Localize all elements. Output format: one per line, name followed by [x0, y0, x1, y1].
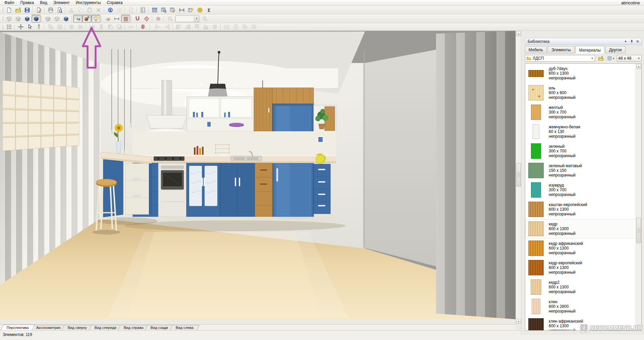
library-tab-other[interactable]: Другое: [605, 46, 626, 53]
library-tab-furniture[interactable]: Мебель: [525, 46, 547, 53]
report-edit-button[interactable]: [168, 6, 177, 14]
viewport-vscrollbar[interactable]: ▲ ▼: [516, 31, 521, 324]
save-button[interactable]: [22, 6, 32, 14]
material-item[interactable]: зеленый матовый150 x 150непрозрачный: [525, 161, 636, 180]
texture-sphere-icon: [84, 16, 90, 22]
panel-collapse-icon[interactable]: ▾: [623, 39, 628, 44]
rotate-element-button[interactable]: [34, 23, 43, 31]
category-dropdown-arrow[interactable]: ▼: [590, 55, 595, 61]
thumb-size-dropdown-arrow[interactable]: ▼: [636, 55, 641, 61]
open-button[interactable]: [13, 6, 22, 14]
hiddenline-view-button[interactable]: [13, 15, 22, 22]
angle-snap-button[interactable]: [142, 15, 151, 22]
print-button[interactable]: [46, 6, 55, 14]
report-preview-button[interactable]: [159, 6, 168, 14]
summary-button[interactable]: Σ: [204, 6, 213, 14]
category-combobox[interactable]: ЛДСП ▼: [525, 55, 595, 62]
textured-view-button[interactable]: [32, 15, 41, 22]
view-tab-view-top[interactable]: Вид сверху: [62, 325, 93, 330]
material-item[interactable]: зеленый300 x 700непрозрачный: [525, 141, 636, 161]
view-tab-view-front[interactable]: Вид спереди: [89, 325, 122, 330]
panel-close-icon[interactable]: ✕: [635, 39, 640, 44]
project-properties-button[interactable]: [34, 6, 43, 14]
menu-file[interactable]: Файл: [1, 0, 17, 5]
view-tab-view-left[interactable]: Вид слева: [170, 325, 199, 330]
material-item[interactable]: жемчужно-белая60 x 130непрозрачный: [525, 122, 636, 141]
material-item[interactable]: каштан европейский600 x 1300непрозрачный: [525, 200, 636, 219]
material-size: 600 x 1300: [549, 246, 583, 251]
new-button[interactable]: [4, 6, 13, 14]
material-thumbnail: [528, 260, 544, 275]
thumbnail-view-button[interactable]: ▼: [607, 55, 615, 62]
material-item[interactable]: дуб-7days600 x 1300непрозрачный: [525, 64, 636, 83]
material-item[interactable]: кедр2600 x 1300непрозрачный: [525, 277, 636, 297]
library-tab-materials[interactable]: Материалы: [576, 46, 604, 54]
view-tab-view-right[interactable]: Вид справа: [118, 325, 149, 330]
rotation-snap-button[interactable]: [154, 15, 163, 22]
toolbar-grip[interactable]: [1, 7, 3, 12]
material-item[interactable]: клен600 x 2800непрозрачный: [525, 297, 636, 316]
menu-edit[interactable]: Правка: [17, 0, 37, 5]
material-item[interactable]: кедр африканский600 x 1300непрозрачный: [525, 239, 636, 258]
menu-tools[interactable]: Инструменты: [73, 0, 104, 5]
show-light-button[interactable]: [91, 15, 100, 22]
cube-white-icon: [15, 16, 21, 22]
material-item[interactable]: кедр600 x 1300непрозрачный: [525, 219, 636, 239]
panel-pin-icon[interactable]: [629, 39, 634, 44]
viewport-canvas[interactable]: ◀ ▶: [0, 31, 516, 319]
options-button[interactable]: [138, 6, 147, 14]
vscroll-thumb[interactable]: [516, 163, 521, 187]
toolbar-grip[interactable]: [1, 16, 3, 21]
list-scroll-thumb[interactable]: [636, 218, 641, 243]
send-back-button: [115, 23, 124, 31]
view-tab-perspective[interactable]: Перспектива: [1, 325, 35, 330]
view-tab-axonometry[interactable]: Аксонометрия: [30, 325, 66, 330]
material-list-scrollbar[interactable]: ▲ ▼: [636, 64, 641, 330]
view-mode-dropdown-arrow[interactable]: ▼: [612, 57, 615, 60]
dimensions-report-button[interactable]: [177, 6, 186, 14]
move-element-button[interactable]: [16, 23, 25, 31]
solid-view-button[interactable]: [22, 15, 32, 22]
select-pointer-button[interactable]: [25, 23, 34, 31]
folder-up-button[interactable]: [597, 55, 605, 62]
menu-view[interactable]: Вид: [37, 0, 50, 5]
lighting-report-button[interactable]: [186, 6, 195, 14]
material-size: 600 x 1300: [549, 324, 583, 328]
wireframe-view-button[interactable]: [4, 15, 13, 22]
material-item[interactable]: ель600 x 600непрозрачный: [525, 83, 636, 103]
thumb-size-combobox[interactable]: 48 x 48 ▼: [617, 55, 642, 62]
solid-mode-button[interactable]: [61, 15, 70, 22]
redo-icon: [116, 7, 122, 13]
print-preview-button[interactable]: [55, 6, 64, 14]
wire-mode-button[interactable]: [52, 15, 61, 22]
toolbar-separator: [152, 16, 153, 21]
list-scroll-up-arrow[interactable]: ▲: [636, 64, 641, 69]
snap-grid-button[interactable]: [4, 23, 13, 31]
vscroll-up-arrow[interactable]: ▲: [516, 31, 521, 36]
align-top-button: [192, 23, 201, 31]
price-button[interactable]: [195, 6, 204, 14]
show-textures-button[interactable]: [82, 15, 91, 22]
material-item[interactable]: кедр европейский600 x 1300непрозрачный: [525, 258, 636, 277]
cutting-list-button[interactable]: [150, 6, 159, 14]
show-grid-button[interactable]: [121, 15, 130, 22]
library-tab-elements[interactable]: Элементы: [548, 46, 575, 53]
vscroll-down-arrow[interactable]: ▼: [516, 319, 521, 324]
material-item[interactable]: желтый300 x 700непрозрачный: [525, 103, 636, 122]
zoom-level-combo-arrow[interactable]: ▼: [194, 16, 199, 22]
magnet-snap-button[interactable]: [133, 15, 142, 22]
show-dimensions-button[interactable]: [112, 15, 121, 22]
view-tab-view-back[interactable]: Вид сзади: [145, 325, 174, 330]
show-hatch-button[interactable]: [103, 15, 112, 22]
collision-button[interactable]: [138, 23, 147, 31]
contour-mode-button[interactable]: [43, 15, 52, 22]
toolbar-separator: [150, 24, 151, 30]
zoom-level-combo[interactable]: ▼: [175, 15, 199, 22]
show-text-button[interactable]: aa: [73, 15, 82, 22]
menu-element[interactable]: Элемент: [50, 0, 73, 5]
undo-button[interactable]: [106, 6, 115, 14]
copy-pages-icon: [77, 7, 84, 13]
menu-help[interactable]: Справка: [104, 0, 126, 5]
toolbar-grip[interactable]: [1, 24, 3, 29]
material-item[interactable]: изумруд300 x 700непрозрачный: [525, 180, 636, 200]
